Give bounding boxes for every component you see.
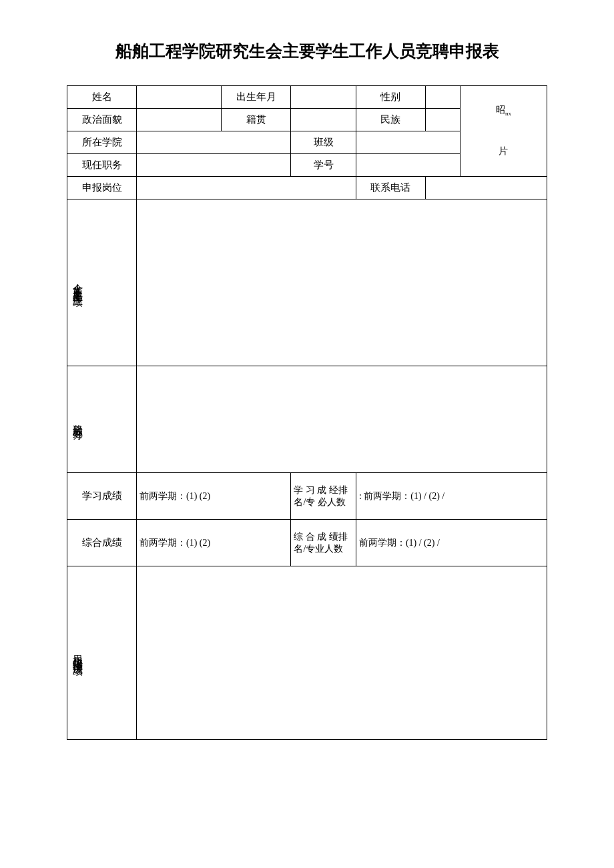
value-study-score[interactable]: 前两学期：(1) (2): [137, 473, 291, 520]
label-political: 政治面貌: [67, 109, 137, 131]
label-awards: 奖励或处分: [67, 366, 137, 473]
value-political[interactable]: [137, 109, 222, 131]
label-study-rank: 学 习 成 经排名/专 必人数: [291, 473, 356, 520]
label-resume: 个人简历及主要工作业绩: [67, 199, 137, 366]
label-class: 班级: [291, 131, 356, 154]
label-gender: 性别: [356, 86, 425, 109]
page-title: 船舶工程学院研究生会主要学生工作人员竞聘申报表: [67, 40, 547, 62]
photo-area: 昭nx 片: [460, 86, 547, 177]
label-current-position: 现任职务: [67, 154, 137, 177]
value-current-position[interactable]: [137, 154, 291, 177]
label-birth: 出生年月: [222, 86, 291, 109]
value-overall-score[interactable]: 前两学期：(1) (2): [137, 520, 291, 566]
value-ethnicity[interactable]: [425, 109, 460, 131]
label-overall-rank: 综 合 成 绩排名/专业人数: [291, 520, 356, 566]
value-college[interactable]: [137, 131, 291, 154]
value-native-place[interactable]: [291, 109, 356, 131]
label-ethnicity: 民族: [356, 109, 425, 131]
value-study-rank[interactable]: : 前两学期：(1) / (2) /: [356, 473, 547, 520]
value-ideological[interactable]: [137, 566, 547, 740]
application-form-table: 姓名 出生年月 性别 昭nx 片 政治面貌 籍贯 民族 所在学院 班级 现任职务…: [67, 85, 547, 740]
label-student-id: 学号: [291, 154, 356, 177]
value-name[interactable]: [137, 86, 222, 109]
label-name: 姓名: [67, 86, 137, 109]
value-student-id[interactable]: [356, 154, 460, 177]
value-class[interactable]: [356, 131, 460, 154]
label-contact-phone: 联系电话: [356, 177, 425, 199]
label-overall-score: 综合成绩: [67, 520, 137, 566]
value-birth[interactable]: [291, 86, 356, 109]
label-study-score: 学习成绩: [67, 473, 137, 520]
label-native-place: 籍贯: [222, 109, 291, 131]
value-contact-phone[interactable]: [425, 177, 547, 199]
value-overall-rank[interactable]: 前两学期：(1) / (2) /: [356, 520, 547, 566]
value-awards[interactable]: [137, 366, 547, 473]
value-gender[interactable]: [425, 86, 460, 109]
label-apply-position: 申报岗位: [67, 177, 137, 199]
value-apply-position[interactable]: [137, 177, 356, 199]
label-college: 所在学院: [67, 131, 137, 154]
label-ideological: 思想政治理论课成绩: [67, 566, 137, 740]
value-resume[interactable]: [137, 199, 547, 366]
